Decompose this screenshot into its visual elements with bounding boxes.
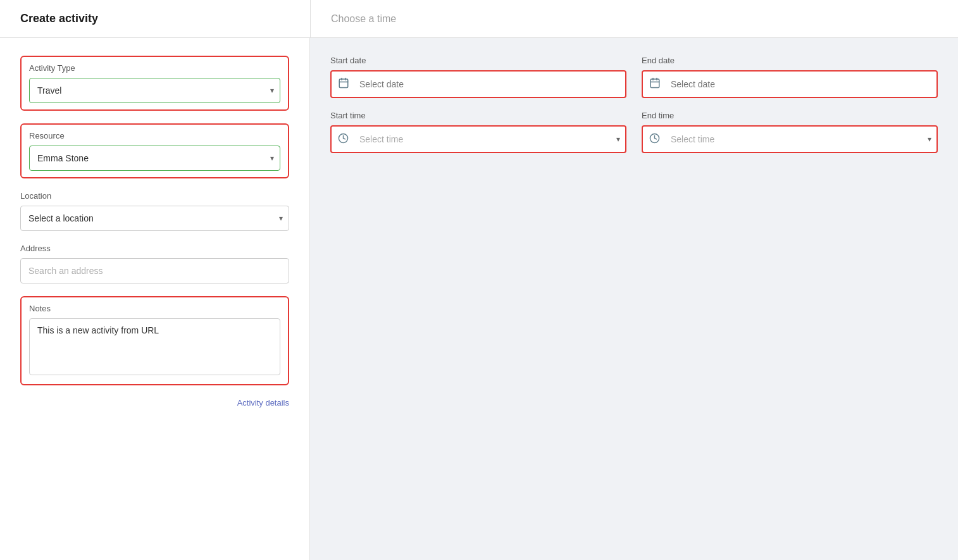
start-date-field: Start date bbox=[330, 56, 626, 98]
resource-select[interactable]: Emma Stone John Doe Jane Smith bbox=[29, 146, 280, 171]
activity-type-select[interactable]: Travel Meeting Call Email bbox=[29, 78, 280, 103]
header-left: Create activity bbox=[0, 12, 310, 25]
end-date-label: End date bbox=[642, 56, 938, 65]
notes-label: Notes bbox=[29, 304, 280, 313]
activity-type-label: Activity Type bbox=[29, 63, 280, 73]
choose-time-label: Choose a time bbox=[331, 13, 396, 25]
end-time-clock-icon bbox=[649, 133, 660, 146]
start-time-field: Start time Select time ▾ bbox=[330, 111, 626, 153]
end-date-calendar-icon bbox=[649, 77, 661, 91]
end-time-label: End time bbox=[642, 111, 938, 120]
date-time-grid: Start date End date bbox=[330, 56, 938, 153]
svg-rect-4 bbox=[650, 79, 659, 88]
notes-textarea[interactable]: This is a new activity from URL bbox=[29, 318, 280, 375]
header-right: Choose a time bbox=[311, 13, 958, 25]
end-date-input-wrapper bbox=[642, 70, 938, 98]
right-panel: Start date End date bbox=[310, 38, 958, 560]
end-time-field: End time Select time ▾ bbox=[642, 111, 938, 153]
end-time-select[interactable]: Select time bbox=[642, 125, 938, 153]
location-label: Location bbox=[20, 191, 289, 201]
start-time-input-wrapper: Select time ▾ bbox=[330, 125, 626, 153]
end-time-input-wrapper: Select time ▾ bbox=[642, 125, 938, 153]
svg-rect-0 bbox=[339, 79, 348, 88]
start-date-input-wrapper bbox=[330, 70, 626, 98]
resource-group: Resource Emma Stone John Doe Jane Smith … bbox=[20, 123, 289, 178]
address-label: Address bbox=[20, 244, 289, 253]
address-input[interactable] bbox=[20, 258, 289, 283]
address-group: Address bbox=[20, 244, 289, 283]
start-date-input[interactable] bbox=[330, 70, 626, 98]
start-time-label: Start time bbox=[330, 111, 626, 120]
location-select[interactable]: Select a location bbox=[20, 206, 289, 231]
end-date-field: End date bbox=[642, 56, 938, 98]
page-title: Create activity bbox=[20, 12, 98, 25]
top-header: Create activity Choose a time bbox=[0, 0, 958, 38]
start-date-calendar-icon bbox=[338, 77, 349, 91]
start-time-select[interactable]: Select time bbox=[330, 125, 626, 153]
end-date-input[interactable] bbox=[642, 70, 938, 98]
start-time-clock-icon bbox=[338, 133, 349, 146]
main-content: Activity Type Travel Meeting Call Email … bbox=[0, 38, 958, 560]
resource-label: Resource bbox=[29, 131, 280, 140]
left-panel: Activity Type Travel Meeting Call Email … bbox=[0, 38, 310, 560]
activity-type-select-wrapper: Travel Meeting Call Email ▾ bbox=[29, 78, 280, 103]
resource-select-wrapper: Emma Stone John Doe Jane Smith ▾ bbox=[29, 146, 280, 171]
location-select-wrapper: Select a location ▾ bbox=[20, 206, 289, 231]
activity-details-link[interactable]: Activity details bbox=[20, 398, 289, 408]
start-date-label: Start date bbox=[330, 56, 626, 65]
activity-type-group: Activity Type Travel Meeting Call Email … bbox=[20, 56, 289, 111]
notes-group: Notes This is a new activity from URL bbox=[20, 296, 289, 385]
location-group: Location Select a location ▾ bbox=[20, 191, 289, 231]
